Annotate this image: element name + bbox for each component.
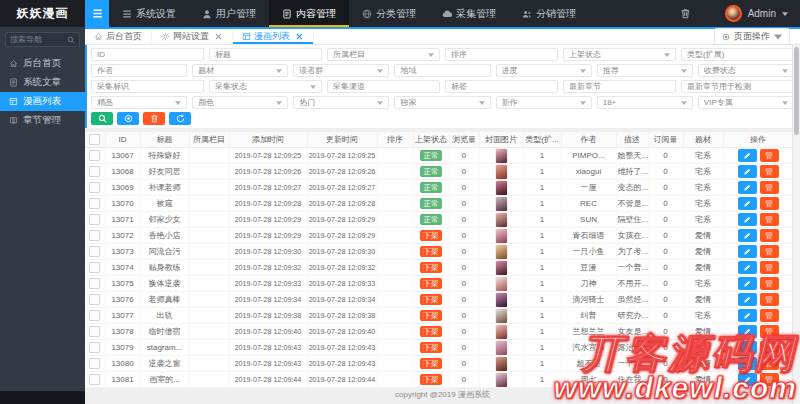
row-checkbox[interactable] [89, 150, 100, 161]
delete-button[interactable] [143, 112, 165, 125]
filter-type-ext-input[interactable] [681, 48, 794, 61]
select-all-checkbox[interactable] [89, 134, 100, 145]
manage-chapters-button[interactable]: 管 [760, 309, 779, 322]
page-actions-button[interactable]: 页面操作 [714, 28, 790, 45]
manage-chapters-button[interactable]: 管 [760, 293, 779, 306]
manage-chapters-button[interactable]: 管 [760, 245, 779, 258]
manage-chapters-button[interactable]: 管 [760, 149, 779, 162]
edit-button[interactable] [738, 309, 757, 322]
row-checkbox[interactable] [89, 294, 100, 305]
tab-dashboard[interactable]: 后台首页 [85, 29, 152, 44]
close-icon[interactable] [295, 32, 304, 41]
manage-chapters-button[interactable]: 管 [760, 373, 779, 386]
row-checkbox[interactable] [89, 166, 100, 177]
filter-new-select[interactable]: 新作 [496, 96, 592, 109]
filter-tags-input[interactable] [445, 80, 558, 93]
close-icon[interactable] [214, 32, 223, 41]
sidebar-item-system-articles[interactable]: 系统文章 [0, 73, 85, 92]
edit-button[interactable] [738, 149, 757, 162]
row-checkbox[interactable] [89, 262, 100, 273]
pencil-icon [743, 216, 751, 224]
filter-vip-select[interactable]: VIP专属 [698, 96, 794, 109]
filter-shelf-status-select[interactable]: 上架状态 [563, 48, 676, 61]
edit-button[interactable] [738, 325, 757, 338]
locate-button[interactable] [117, 112, 139, 125]
clear-cache-icon[interactable] [680, 8, 691, 19]
filter-reader-group-select[interactable]: 读者群 [293, 64, 389, 77]
row-checkbox[interactable] [89, 198, 100, 209]
sidebar-item-dashboard[interactable]: 后台首页 [0, 54, 85, 73]
nav-item-content-management[interactable]: 内容管理 [269, 0, 349, 27]
edit-button[interactable] [738, 181, 757, 194]
edit-button[interactable] [738, 341, 757, 354]
row-checkbox[interactable] [89, 310, 100, 321]
manage-chapters-button[interactable]: 管 [760, 357, 779, 370]
sidebar-search-input[interactable]: 搜索导航 [5, 32, 80, 47]
nav-item-distribution-management[interactable]: 分销管理 [509, 0, 589, 27]
row-checkbox[interactable] [89, 374, 100, 385]
search-button[interactable] [91, 112, 113, 125]
filter-hot-select[interactable]: 热门 [293, 96, 389, 109]
row-checkbox[interactable] [89, 326, 100, 337]
nav-item-user-management[interactable]: 用户管理 [189, 0, 269, 27]
sidebar-toggle-button[interactable] [85, 0, 109, 27]
filter-latest-chapter-input[interactable] [563, 80, 676, 93]
scrollbar[interactable] [792, 45, 800, 404]
row-checkbox[interactable] [89, 358, 100, 369]
filter-fee-status-select[interactable]: 收费状态 [698, 64, 794, 77]
row-checkbox[interactable] [89, 246, 100, 257]
edit-button[interactable] [738, 357, 757, 370]
filter-latest-chapter-check-input[interactable] [681, 80, 794, 93]
nav-item-category-management[interactable]: 分类管理 [349, 0, 429, 27]
filter-genre-select[interactable]: 题材 [192, 64, 288, 77]
filter-exclusive-select[interactable]: 独家 [394, 96, 490, 109]
manage-chapters-button[interactable]: 管 [760, 341, 779, 354]
edit-button[interactable] [738, 293, 757, 306]
scrollbar-thumb[interactable] [794, 47, 799, 135]
filter-title-input[interactable] [209, 48, 322, 61]
edit-button[interactable] [738, 197, 757, 210]
manage-chapters-button[interactable]: 管 [760, 197, 779, 210]
filter-boutique-select[interactable]: 精品 [91, 96, 187, 109]
filter-recommend-select[interactable]: 推荐 [597, 64, 693, 77]
filter-collect-id-input[interactable] [91, 80, 204, 93]
sidebar-item-comic-list[interactable]: 漫画列表 [0, 92, 85, 111]
admin-menu[interactable]: Admin [748, 8, 776, 19]
manage-chapters-button[interactable]: 管 [760, 229, 779, 242]
refresh-button[interactable] [169, 112, 191, 125]
edit-button[interactable] [738, 373, 757, 386]
nav-item-collect-management[interactable]: 采集管理 [429, 0, 509, 27]
filter-color-select[interactable]: 颜色 [192, 96, 288, 109]
manage-chapters-button[interactable]: 管 [760, 277, 779, 290]
filter-collect-channel-input[interactable] [327, 80, 440, 93]
filter-progress-select[interactable]: 进度 [496, 64, 592, 77]
manage-chapters-button[interactable]: 管 [760, 165, 779, 178]
row-checkbox[interactable] [89, 230, 100, 241]
edit-button[interactable] [738, 213, 757, 226]
tab-comic-list[interactable]: 漫画列表 [233, 29, 314, 44]
manage-chapters-button[interactable]: 管 [760, 325, 779, 338]
manage-chapters-button[interactable]: 管 [760, 261, 779, 274]
filter-id-input[interactable] [91, 48, 204, 61]
edit-button[interactable] [738, 277, 757, 290]
row-checkbox[interactable] [89, 278, 100, 289]
row-checkbox[interactable] [89, 182, 100, 193]
nav-item-system-settings[interactable]: 系统设置 [109, 0, 189, 27]
edit-button[interactable] [738, 261, 757, 274]
filter-sort-input[interactable] [445, 48, 558, 61]
filter-author-input[interactable] [91, 64, 187, 77]
avatar[interactable] [725, 5, 742, 22]
filter-region-input[interactable] [394, 64, 490, 77]
row-checkbox[interactable] [89, 342, 100, 353]
manage-chapters-button[interactable]: 管 [760, 181, 779, 194]
sidebar-item-chapter-management[interactable]: 章节管理 [0, 111, 85, 130]
tab-site-settings[interactable]: 网站设置 [152, 29, 233, 44]
manage-chapters-button[interactable]: 管 [760, 213, 779, 226]
edit-button[interactable] [738, 165, 757, 178]
edit-button[interactable] [738, 245, 757, 258]
edit-button[interactable] [738, 229, 757, 242]
filter-adult-select[interactable]: 18+ [597, 96, 693, 109]
filter-collect-status-select[interactable]: 采集状态 [209, 80, 322, 93]
filter-category-select[interactable]: 所属栏目 [327, 48, 440, 61]
row-checkbox[interactable] [89, 214, 100, 225]
